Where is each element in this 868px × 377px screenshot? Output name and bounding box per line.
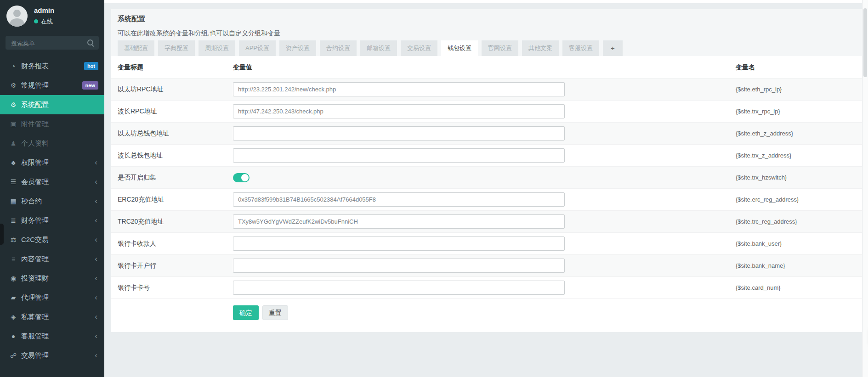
sidebar-item-finance-manage[interactable]: ≣财务管理‹ bbox=[0, 211, 104, 230]
row-varname: {$site.bank_name} bbox=[736, 255, 785, 276]
chevron-left-icon: ‹ bbox=[95, 211, 97, 230]
search-icon[interactable] bbox=[87, 39, 93, 45]
tab-service[interactable]: 客服设置 bbox=[562, 40, 599, 56]
sidebar-menu: ◔财务报表hot⚙常规管理new⚙系统配置▣附件管理♟个人资料♣权限管理‹☰会员… bbox=[0, 56, 104, 365]
sidebar-item-system-config[interactable]: ⚙系统配置 bbox=[0, 95, 104, 114]
card-num-input[interactable] bbox=[233, 281, 565, 295]
row-label: 以太坊RPC地址 bbox=[118, 79, 228, 100]
tab-contract[interactable]: 合约设置 bbox=[320, 40, 357, 56]
sidebar: admin 在线 ◔财务报表hot⚙常规管理new⚙系统配置▣附件管理♟个人资料… bbox=[0, 0, 104, 377]
sidebar-item-second-contract[interactable]: ▦秒合约‹ bbox=[0, 191, 104, 211]
chevron-left-icon: ‹ bbox=[95, 230, 97, 249]
scrollbar-track bbox=[862, 0, 868, 377]
file-image-icon: ▣ bbox=[8, 114, 18, 134]
table-row-bank-user: 银行卡收款人{$site.bank_user} bbox=[111, 232, 862, 254]
chevron-left-icon: ‹ bbox=[95, 172, 97, 191]
tab-add-tab[interactable]: + bbox=[603, 40, 623, 56]
form-panel: 变量标题 变量值 变量名 以太坊RPC地址{$site.eth_rpc_ip}波… bbox=[111, 56, 862, 332]
avatar-head bbox=[13, 10, 21, 17]
table-row-trx-rpc: 波长RPC地址{$site.trx_rpc_ip} bbox=[111, 100, 862, 122]
sidebar-item-permission-manage[interactable]: ♣权限管理‹ bbox=[0, 153, 104, 172]
reset-button[interactable]: 重置 bbox=[262, 305, 288, 320]
tab-website[interactable]: 官网设置 bbox=[482, 40, 518, 56]
handshake-icon: ☍ bbox=[8, 346, 18, 365]
sidebar-item-label: 会员管理 bbox=[21, 172, 49, 191]
trx-wallet-input[interactable] bbox=[233, 148, 565, 163]
trx-rpc-input[interactable] bbox=[233, 104, 565, 118]
sidebar-item-label: 财务报表 bbox=[21, 56, 49, 76]
scales-icon: ⚖ bbox=[8, 230, 18, 249]
chevron-left-icon: ‹ bbox=[95, 191, 97, 211]
bank-name-input[interactable] bbox=[233, 259, 565, 273]
submit-button[interactable]: 确定 bbox=[233, 305, 259, 320]
avatar-torso bbox=[10, 18, 24, 27]
sidebar-item-member-manage[interactable]: ☰会员管理‹ bbox=[0, 172, 104, 191]
search-input[interactable] bbox=[10, 36, 85, 51]
tab-basic[interactable]: 基础配置 bbox=[118, 40, 154, 56]
sidebar-search bbox=[6, 36, 99, 50]
trc20-addr-input[interactable] bbox=[233, 214, 565, 229]
row-label: 银行卡收款人 bbox=[118, 233, 228, 254]
user-status: 在线 bbox=[34, 17, 53, 26]
row-label: 波长RPC地址 bbox=[118, 101, 228, 122]
hz-switch-toggle[interactable] bbox=[233, 173, 250, 182]
online-dot-icon bbox=[34, 19, 38, 23]
tab-dict[interactable]: 字典配置 bbox=[158, 40, 195, 56]
sidebar-item-profile[interactable]: ♟个人资料 bbox=[0, 134, 104, 153]
form-footer: 确定 重置 bbox=[111, 298, 862, 326]
toggle-knob bbox=[241, 174, 249, 181]
page-title: 系统配置 bbox=[118, 15, 145, 23]
bank-user-input[interactable] bbox=[233, 236, 565, 251]
target-icon: ◉ bbox=[8, 269, 18, 288]
sidebar-item-service-manage[interactable]: ●客服管理‹ bbox=[0, 326, 104, 346]
table-header-row: 变量标题 变量值 变量名 bbox=[111, 56, 862, 78]
sidebar-item-finance-report[interactable]: ◔财务报表hot bbox=[0, 56, 104, 76]
sidebar-item-trade-manage[interactable]: ☍交易管理‹ bbox=[0, 346, 104, 365]
tab-other[interactable]: 其他文案 bbox=[522, 40, 559, 56]
cogs-icon: ⚙ bbox=[8, 76, 18, 95]
eth-wallet-input[interactable] bbox=[233, 126, 565, 141]
sidebar-item-label: 客服管理 bbox=[21, 326, 49, 346]
users-icon: ♣ bbox=[8, 153, 18, 172]
tab-wallet[interactable]: 钱包设置 bbox=[441, 40, 478, 56]
sidebar-item-invest-finance[interactable]: ◉投资理财‹ bbox=[0, 269, 104, 288]
main-area: 系统配置 可以在此增改系统的变量和分组,也可以自定义分组和变量 基础配置字典配置… bbox=[104, 0, 868, 377]
row-varname: {$site.trx_rpc_ip} bbox=[736, 101, 780, 122]
table-row-eth-wallet: 以太坊总钱包地址{$site.eth_z_address} bbox=[111, 122, 862, 144]
sidebar-item-label: 常规管理 bbox=[21, 76, 49, 95]
table-row-bank-name: 银行卡开户行{$site.bank_name} bbox=[111, 254, 862, 276]
erc20-addr-input[interactable] bbox=[233, 192, 565, 207]
user-status-label: 在线 bbox=[41, 18, 53, 25]
database-icon: ≣ bbox=[8, 211, 18, 230]
sidebar-item-label: 个人资料 bbox=[21, 134, 49, 153]
row-varname: {$site.card_num} bbox=[736, 277, 781, 298]
row-label: 是否开启归集 bbox=[118, 167, 228, 188]
scrollbar-thumb[interactable] bbox=[863, 8, 867, 77]
row-value-cell bbox=[233, 277, 734, 298]
tab-app[interactable]: APP设置 bbox=[239, 40, 276, 56]
sidebar-item-private-manage[interactable]: ◈私募管理‹ bbox=[0, 307, 104, 326]
sidebar-item-content-manage[interactable]: ≡内容管理‹ bbox=[0, 249, 104, 269]
tab-email[interactable]: 邮箱设置 bbox=[360, 40, 397, 56]
eth-rpc-input[interactable] bbox=[233, 82, 565, 96]
sidebar-item-label: 私募管理 bbox=[21, 307, 49, 326]
table-row-eth-rpc: 以太坊RPC地址{$site.eth_rpc_ip} bbox=[111, 78, 862, 100]
drawer-handle[interactable] bbox=[0, 224, 4, 245]
row-value-cell bbox=[233, 123, 734, 144]
sidebar-item-general-manage[interactable]: ⚙常规管理new bbox=[0, 76, 104, 95]
top-strip bbox=[104, 0, 868, 3]
column-header-varname: 变量名 bbox=[736, 56, 755, 78]
sidebar-item-attachment-manage[interactable]: ▣附件管理 bbox=[0, 114, 104, 134]
sidebar-item-c2c-trade[interactable]: ⚖C2C交易‹ bbox=[0, 230, 104, 249]
row-value-cell bbox=[233, 101, 734, 122]
sidebar-item-agent-manage[interactable]: ▰代理管理‹ bbox=[0, 288, 104, 307]
tab-period[interactable]: 周期设置 bbox=[199, 40, 235, 56]
chevron-left-icon: ‹ bbox=[95, 288, 97, 307]
tab-asset[interactable]: 资产设置 bbox=[279, 40, 316, 56]
page-subtitle: 可以在此增改系统的变量和分组,也可以自定义分组和变量 bbox=[118, 29, 280, 38]
tab-bar: 基础配置字典配置周期设置APP设置资产设置合约设置邮箱设置交易设置钱包设置官网设… bbox=[118, 40, 626, 56]
row-varname: {$site.trx_z_address} bbox=[736, 145, 791, 166]
tab-trade[interactable]: 交易设置 bbox=[401, 40, 437, 56]
table-row-card-num: 银行卡卡号{$site.card_num} bbox=[111, 276, 862, 298]
sidebar-item-label: 秒合约 bbox=[21, 191, 42, 211]
